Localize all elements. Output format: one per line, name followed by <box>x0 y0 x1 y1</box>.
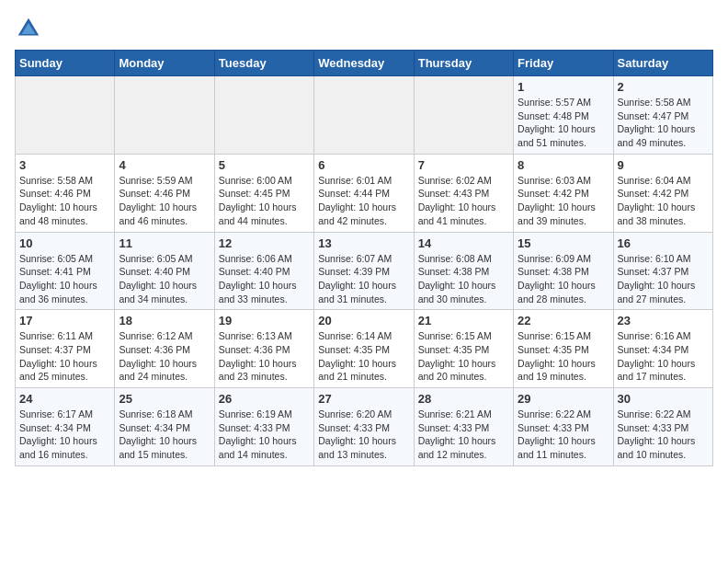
calendar-cell: 14Sunrise: 6:08 AM Sunset: 4:38 PM Dayli… <box>414 232 513 310</box>
day-number: 24 <box>19 392 110 406</box>
calendar-cell <box>414 76 513 155</box>
calendar-cell: 27Sunrise: 6:20 AM Sunset: 4:33 PM Dayli… <box>314 388 414 466</box>
day-number: 25 <box>119 392 210 406</box>
day-info: Sunrise: 6:17 AM Sunset: 4:34 PM Dayligh… <box>19 408 110 462</box>
day-number: 15 <box>518 236 609 250</box>
day-info: Sunrise: 6:20 AM Sunset: 4:33 PM Dayligh… <box>318 408 409 462</box>
calendar-cell: 3Sunrise: 5:58 AM Sunset: 4:46 PM Daylig… <box>16 154 115 232</box>
day-number: 9 <box>618 158 709 172</box>
day-info: Sunrise: 6:18 AM Sunset: 4:34 PM Dayligh… <box>119 408 210 462</box>
day-number: 23 <box>618 314 709 327</box>
day-number: 28 <box>418 392 509 406</box>
day-number: 27 <box>318 392 409 406</box>
calendar-cell <box>314 76 414 155</box>
header-wednesday: Wednesday <box>314 51 414 76</box>
day-info: Sunrise: 6:08 AM Sunset: 4:38 PM Dayligh… <box>418 252 509 306</box>
day-number: 18 <box>119 314 210 327</box>
calendar-cell: 28Sunrise: 6:21 AM Sunset: 4:33 PM Dayli… <box>414 388 513 466</box>
day-number: 3 <box>19 158 110 172</box>
day-number: 30 <box>618 392 709 406</box>
day-info: Sunrise: 6:01 AM Sunset: 4:44 PM Dayligh… <box>318 174 409 228</box>
day-number: 20 <box>318 314 409 327</box>
calendar-cell: 25Sunrise: 6:18 AM Sunset: 4:34 PM Dayli… <box>115 388 214 466</box>
logo-icon <box>15 15 42 42</box>
day-number: 22 <box>518 314 609 327</box>
header-sunday: Sunday <box>16 51 115 76</box>
calendar-cell <box>214 76 313 155</box>
day-info: Sunrise: 6:07 AM Sunset: 4:39 PM Dayligh… <box>318 252 409 306</box>
calendar-cell: 6Sunrise: 6:01 AM Sunset: 4:44 PM Daylig… <box>314 154 414 232</box>
calendar-cell: 13Sunrise: 6:07 AM Sunset: 4:39 PM Dayli… <box>314 232 414 310</box>
day-number: 5 <box>219 158 310 172</box>
day-info: Sunrise: 6:15 AM Sunset: 4:35 PM Dayligh… <box>418 329 509 384</box>
header-thursday: Thursday <box>414 51 513 76</box>
day-number: 17 <box>19 314 110 327</box>
day-info: Sunrise: 5:57 AM Sunset: 4:48 PM Dayligh… <box>518 96 609 150</box>
day-info: Sunrise: 6:15 AM Sunset: 4:35 PM Dayligh… <box>518 329 609 384</box>
calendar-header: SundayMondayTuesdayWednesdayThursdayFrid… <box>16 51 713 76</box>
day-info: Sunrise: 6:12 AM Sunset: 4:36 PM Dayligh… <box>119 329 210 384</box>
day-number: 21 <box>418 314 509 327</box>
day-info: Sunrise: 6:16 AM Sunset: 4:34 PM Dayligh… <box>618 329 709 384</box>
day-info: Sunrise: 5:58 AM Sunset: 4:47 PM Dayligh… <box>618 96 709 150</box>
calendar-cell: 9Sunrise: 6:04 AM Sunset: 4:42 PM Daylig… <box>613 154 712 232</box>
day-number: 4 <box>119 158 210 172</box>
calendar-cell: 12Sunrise: 6:06 AM Sunset: 4:40 PM Dayli… <box>214 232 313 310</box>
day-info: Sunrise: 6:21 AM Sunset: 4:33 PM Dayligh… <box>418 408 509 462</box>
calendar-cell: 30Sunrise: 6:22 AM Sunset: 4:33 PM Dayli… <box>613 388 712 466</box>
day-info: Sunrise: 6:05 AM Sunset: 4:41 PM Dayligh… <box>19 252 110 306</box>
day-info: Sunrise: 6:04 AM Sunset: 4:42 PM Dayligh… <box>618 174 709 228</box>
day-number: 29 <box>518 392 609 406</box>
calendar-cell: 8Sunrise: 6:03 AM Sunset: 4:42 PM Daylig… <box>514 154 613 232</box>
header-monday: Monday <box>115 51 214 76</box>
calendar-cell: 10Sunrise: 6:05 AM Sunset: 4:41 PM Dayli… <box>16 232 115 310</box>
calendar-cell: 4Sunrise: 5:59 AM Sunset: 4:46 PM Daylig… <box>115 154 214 232</box>
calendar-body: 1Sunrise: 5:57 AM Sunset: 4:48 PM Daylig… <box>16 76 713 466</box>
calendar-cell: 23Sunrise: 6:16 AM Sunset: 4:34 PM Dayli… <box>613 310 712 388</box>
calendar-cell: 18Sunrise: 6:12 AM Sunset: 4:36 PM Dayli… <box>115 310 214 388</box>
calendar-cell: 24Sunrise: 6:17 AM Sunset: 4:34 PM Dayli… <box>16 388 115 466</box>
day-info: Sunrise: 6:13 AM Sunset: 4:36 PM Dayligh… <box>219 329 310 384</box>
day-info: Sunrise: 6:10 AM Sunset: 4:37 PM Dayligh… <box>618 252 709 306</box>
calendar-cell: 15Sunrise: 6:09 AM Sunset: 4:38 PM Dayli… <box>514 232 613 310</box>
week-row-4: 24Sunrise: 6:17 AM Sunset: 4:34 PM Dayli… <box>16 388 713 466</box>
calendar-cell: 17Sunrise: 6:11 AM Sunset: 4:37 PM Dayli… <box>16 310 115 388</box>
day-info: Sunrise: 6:19 AM Sunset: 4:33 PM Dayligh… <box>219 408 310 462</box>
week-row-3: 17Sunrise: 6:11 AM Sunset: 4:37 PM Dayli… <box>16 310 713 388</box>
calendar-cell: 5Sunrise: 6:00 AM Sunset: 4:45 PM Daylig… <box>214 154 313 232</box>
day-number: 11 <box>119 236 210 250</box>
calendar-cell: 7Sunrise: 6:02 AM Sunset: 4:43 PM Daylig… <box>414 154 513 232</box>
calendar-cell: 21Sunrise: 6:15 AM Sunset: 4:35 PM Dayli… <box>414 310 513 388</box>
day-info: Sunrise: 6:03 AM Sunset: 4:42 PM Dayligh… <box>518 174 609 228</box>
day-info: Sunrise: 6:22 AM Sunset: 4:33 PM Dayligh… <box>618 408 709 462</box>
calendar-table: SundayMondayTuesdayWednesdayThursdayFrid… <box>15 50 713 466</box>
calendar-cell: 11Sunrise: 6:05 AM Sunset: 4:40 PM Dayli… <box>115 232 214 310</box>
week-row-1: 3Sunrise: 5:58 AM Sunset: 4:46 PM Daylig… <box>16 154 713 232</box>
day-info: Sunrise: 5:58 AM Sunset: 4:46 PM Dayligh… <box>19 174 110 228</box>
header-friday: Friday <box>514 51 613 76</box>
day-info: Sunrise: 6:06 AM Sunset: 4:40 PM Dayligh… <box>219 252 310 306</box>
day-number: 13 <box>318 236 409 250</box>
day-info: Sunrise: 6:00 AM Sunset: 4:45 PM Dayligh… <box>219 174 310 228</box>
page-header <box>15 15 713 42</box>
day-number: 8 <box>518 158 609 172</box>
day-number: 26 <box>219 392 310 406</box>
day-info: Sunrise: 6:09 AM Sunset: 4:38 PM Dayligh… <box>518 252 609 306</box>
header-tuesday: Tuesday <box>214 51 313 76</box>
day-number: 19 <box>219 314 310 327</box>
day-number: 1 <box>518 80 609 94</box>
calendar-cell: 29Sunrise: 6:22 AM Sunset: 4:33 PM Dayli… <box>514 388 613 466</box>
calendar-cell: 2Sunrise: 5:58 AM Sunset: 4:47 PM Daylig… <box>613 76 712 155</box>
calendar-cell: 22Sunrise: 6:15 AM Sunset: 4:35 PM Dayli… <box>514 310 613 388</box>
calendar-cell <box>16 76 115 155</box>
day-info: Sunrise: 6:14 AM Sunset: 4:35 PM Dayligh… <box>318 329 409 384</box>
header-row: SundayMondayTuesdayWednesdayThursdayFrid… <box>16 51 713 76</box>
day-number: 16 <box>618 236 709 250</box>
calendar-cell <box>115 76 214 155</box>
day-info: Sunrise: 6:22 AM Sunset: 4:33 PM Dayligh… <box>518 408 609 462</box>
header-saturday: Saturday <box>613 51 712 76</box>
calendar-cell: 26Sunrise: 6:19 AM Sunset: 4:33 PM Dayli… <box>214 388 313 466</box>
day-info: Sunrise: 6:02 AM Sunset: 4:43 PM Dayligh… <box>418 174 509 228</box>
logo <box>15 15 46 42</box>
day-number: 14 <box>418 236 509 250</box>
